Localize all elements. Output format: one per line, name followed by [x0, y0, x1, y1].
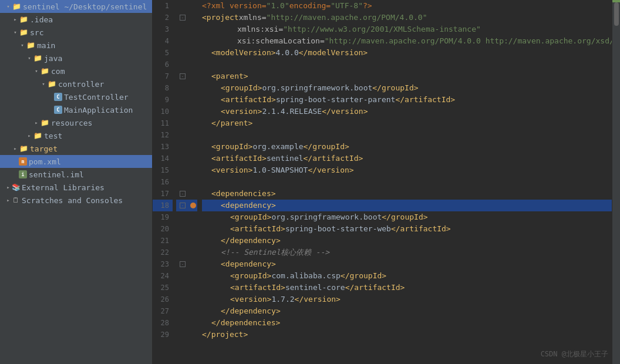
sidebar-label-external-libraries: External Libraries	[22, 183, 105, 192]
sidebar-item-external-libraries[interactable]: 📚 External Libraries	[0, 181, 152, 194]
sidebar-item-sentinel[interactable]: 📁 sentinel ~/Desktop/sentinel	[0, 0, 152, 13]
fold-23[interactable]: -	[176, 258, 189, 270]
bp-8	[189, 82, 197, 94]
sidebar-item-controller[interactable]: 📁 controller	[0, 77, 152, 90]
sidebar-label-java: java	[44, 54, 62, 63]
code-line-14: <artifactId>sentinel</artifactId>	[202, 153, 612, 164]
code-text-7: <parent>	[202, 70, 248, 82]
code-text-22: <!-- Sentinel核心依赖 -->	[202, 247, 329, 258]
code-line-27: </dependency>	[202, 305, 612, 317]
fold-18[interactable]: -	[176, 200, 189, 211]
code-line-2: <project xmlns="http://maven.apache.org/…	[202, 12, 612, 23]
folder-icon-target: 📁	[19, 144, 28, 153]
code-line-5: <modelVersion>4.0.0</modelVersion>	[202, 47, 612, 59]
sidebar-label-src: src	[30, 28, 43, 37]
sidebar-label-test-controller: TestController	[64, 93, 129, 102]
line-num-1: 1	[153, 0, 173, 12]
bp-2	[189, 12, 197, 23]
sidebar-item-test-controller[interactable]: C TestController	[0, 90, 152, 103]
line-num-4: 4	[153, 35, 173, 47]
line-num-20: 20	[153, 223, 173, 235]
code-line-19: <groupId>org.springframework.boot</group…	[202, 211, 612, 223]
fold-4	[176, 35, 189, 47]
arrow-src	[12, 29, 19, 36]
project-sidebar[interactable]: 📁 sentinel ~/Desktop/sentinel 📁 .idea 📁 …	[0, 0, 153, 364]
line-num-17: 17	[153, 188, 173, 200]
fold-2[interactable]: -	[176, 12, 189, 23]
folder-icon-com: 📁	[40, 66, 49, 76]
fold-7[interactable]: -	[176, 70, 189, 82]
arrow-controller	[40, 80, 47, 87]
code-text-24a: <groupId>	[202, 270, 271, 282]
code-text-18: <dependency>	[202, 200, 276, 211]
code-text-14a: <artifactId>	[202, 153, 267, 164]
fold-24	[176, 270, 189, 282]
sidebar-item-java[interactable]: 📁 java	[0, 52, 152, 65]
code-text-15a: <version>	[202, 164, 252, 176]
code-text-13a: <groupId>	[202, 141, 252, 153]
code-line-22: <!-- Sentinel核心依赖 -->	[202, 247, 612, 258]
fold-26	[176, 294, 189, 305]
bp-29	[189, 329, 197, 341]
sidebar-item-sentinel-iml[interactable]: i sentinel.iml	[0, 168, 152, 181]
line-num-6: 6	[153, 59, 173, 70]
line-num-2: 2	[153, 12, 173, 23]
arrow-scratches	[5, 197, 12, 204]
line-num-10: 10	[153, 106, 173, 117]
sidebar-item-pom-xml[interactable]: m pom.xml	[0, 155, 152, 168]
arrow-resources	[33, 119, 40, 126]
bp-14	[189, 153, 197, 164]
code-line-3: xmlns:xsi="http://www.w3.org/2001/XMLSch…	[202, 23, 612, 35]
code-line-7: <parent>	[202, 70, 612, 82]
sidebar-label-resources: resources	[51, 119, 92, 127]
line-num-11: 11	[153, 117, 173, 129]
arrow-sentinel	[5, 3, 12, 10]
java-icon-main-application: C	[54, 106, 62, 114]
code-text-28: </dependencies>	[202, 317, 280, 329]
fold-17[interactable]: -	[176, 188, 189, 200]
java-icon-test-controller: C	[54, 93, 62, 101]
sidebar-item-scratches[interactable]: 🗒 Scratches and Consoles	[0, 194, 152, 207]
bp-10	[189, 106, 197, 117]
sidebar-item-main[interactable]: 📁 main	[0, 39, 152, 52]
sidebar-item-idea[interactable]: 📁 .idea	[0, 13, 152, 26]
sidebar-item-main-application[interactable]: C MainApplication	[0, 103, 152, 116]
vertical-scrollbar[interactable]	[612, 0, 620, 364]
bp-20	[189, 223, 197, 235]
sidebar-item-test[interactable]: 📁 test	[0, 129, 152, 142]
scratches-icon: 🗒	[12, 196, 20, 204]
bp-5	[189, 47, 197, 59]
code-editor[interactable]: <?xml version="1.0" encoding="UTF-8"?> <…	[197, 0, 612, 364]
sidebar-item-target[interactable]: 📁 target	[0, 142, 152, 155]
arrow-target	[12, 145, 19, 152]
bp-7	[189, 70, 197, 82]
code-line-4: xsi:schemaLocation="http://maven.apache.…	[202, 35, 612, 47]
scrollbar-thumb[interactable]	[614, 2, 619, 26]
bp-4	[189, 35, 197, 47]
line-num-28: 28	[153, 317, 173, 329]
sidebar-item-com[interactable]: 📁 com	[0, 65, 152, 77]
fold-6	[176, 59, 189, 70]
folder-icon-controller: 📁	[47, 79, 56, 89]
sidebar-item-resources[interactable]: 📁 resources	[0, 116, 152, 129]
arrow-java	[26, 55, 33, 62]
code-line-23: <dependency>	[202, 258, 612, 270]
bp-12	[189, 129, 197, 141]
fold-10	[176, 106, 189, 117]
arrow-main	[19, 42, 26, 49]
iml-icon-sentinel: i	[19, 170, 27, 178]
code-line-12	[202, 129, 612, 141]
line-num-21: 21	[153, 235, 173, 247]
folder-icon-idea: 📁	[19, 15, 28, 24]
code-line-28: </dependencies>	[202, 317, 612, 329]
code-line-16	[202, 176, 612, 188]
line-num-12: 12	[153, 129, 173, 141]
sidebar-label-test: test	[44, 132, 62, 140]
code-line-13: <groupId>org.example</groupId>	[202, 141, 612, 153]
fold-gutter: - - - - -	[176, 0, 189, 364]
xml-icon-pom: m	[19, 157, 27, 166]
editor-content: 1 2 3 4 5 6 7 8 9 10 11 12 13 14 15 16 1…	[153, 0, 620, 364]
sidebar-item-src[interactable]: 📁 src	[0, 26, 152, 39]
code-line-18: <dependency>	[202, 200, 612, 211]
line-num-15: 15	[153, 164, 173, 176]
